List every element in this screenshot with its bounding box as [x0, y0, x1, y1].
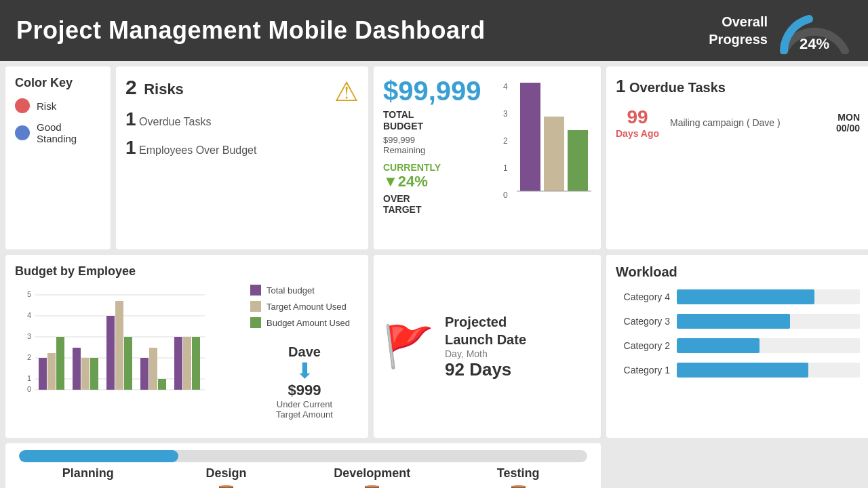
task-date-day: MON: [836, 112, 860, 123]
days-ago: 99 Days Ago: [616, 106, 659, 139]
svg-rect-20: [124, 337, 132, 390]
launch-card: 🚩 ProjectedLaunch Date Day, Moth 92 Days: [374, 255, 601, 438]
budget-amount: $99,999: [383, 76, 492, 106]
legend-target-box: [250, 301, 261, 312]
hourglass-icon-2: ⏳: [360, 485, 384, 488]
svg-text:2: 2: [503, 136, 508, 146]
budget-inner: Budget by Employee 5 4 3 2 1 0: [15, 264, 359, 428]
svg-rect-23: [158, 379, 166, 390]
launch-days: 92 Days: [445, 359, 526, 380]
stage-development: Development ⏳: [334, 466, 410, 488]
legend-budget: Budget Amount Used: [250, 317, 359, 328]
stage-design: Design ⏳: [196, 466, 257, 488]
over-target: OVERTARGET: [383, 193, 492, 215]
wl-cat3-bar-bg: [677, 314, 860, 329]
warning-icon: ⚠: [334, 76, 359, 107]
svg-text:4: 4: [27, 311, 31, 319]
dave-name: Dave: [250, 344, 359, 360]
currently-section: CURRENTLY ▼24% OVERTARGET: [383, 162, 492, 215]
risks-header: 2 Risks: [125, 76, 359, 99]
overall-progress-section: OverallProgress 24%: [709, 7, 852, 54]
hourglass-icon-1: ⏳: [214, 485, 238, 488]
wl-cat3-label: Category 3: [616, 316, 670, 327]
wl-cat1-label: Category 1: [616, 365, 670, 375]
dave-sub1: Under Current: [250, 399, 359, 409]
budget-chart-area: Budget by Employee 5 4 3 2 1 0: [15, 264, 243, 428]
svg-rect-19: [115, 301, 123, 390]
wl-cat4-bar-bg: [677, 289, 860, 304]
svg-rect-12: [39, 358, 47, 390]
budget-summary-inner: $99,999 TOTALBUDGET $99,999Remaining CUR…: [383, 76, 591, 215]
svg-rect-24: [174, 337, 182, 390]
wl-cat4-label: Category 4: [616, 291, 670, 302]
risk-item-1: 1 Overdue Tasks: [125, 108, 359, 130]
wl-cat4-bar: [677, 289, 814, 304]
progress-bar-fill: [19, 450, 178, 462]
svg-rect-21: [140, 358, 149, 390]
svg-rect-15: [73, 348, 81, 390]
svg-rect-16: [81, 358, 90, 390]
wl-cat1-bar-bg: [677, 363, 860, 378]
page-title: Project Management Mobile Dashboard: [16, 16, 486, 45]
risks-count: 2: [125, 76, 137, 98]
legend-total-label: Total budget: [267, 285, 315, 296]
progress-bar-track: [19, 450, 587, 462]
svg-rect-26: [192, 337, 200, 390]
dave-arrow-icon: ⬇: [250, 360, 359, 382]
dave-sub2: Target Amount: [250, 409, 359, 420]
legend-total: Total budget: [250, 285, 359, 296]
stage-planning-label: Planning: [62, 466, 114, 481]
svg-rect-25: [183, 337, 191, 390]
wl-cat1: Category 1: [616, 363, 860, 378]
dave-section: Dave ⬇ $999 Under Current Target Amount: [250, 344, 359, 420]
color-key-title: Color Key: [15, 76, 101, 90]
task-row: 99 Days Ago Mailing campaign ( Dave ) MO…: [616, 106, 860, 139]
workload-card: Workload Category 4 Category 3 Category …: [606, 255, 868, 438]
risk-item-1-label: Overdue Tasks: [139, 116, 211, 127]
progress-label: OverallProgress: [709, 13, 768, 48]
dave-amount: $999: [250, 382, 359, 399]
wl-cat2-label: Category 2: [616, 340, 670, 351]
mini-bar-svg: 4 3 2 1 0: [500, 76, 595, 211]
risk-label: Risk: [37, 100, 56, 112]
svg-text:3: 3: [27, 332, 31, 340]
workload-title: Workload: [616, 264, 860, 280]
check-icon: ✔: [79, 485, 96, 488]
wl-cat3: Category 3: [616, 314, 860, 329]
stage-testing-label: Testing: [497, 466, 540, 481]
stage-development-label: Development: [334, 466, 410, 481]
color-key-card: Color Key Risk GoodStanding: [5, 66, 111, 249]
svg-text:2: 2: [27, 353, 31, 361]
task-date-num: 00/00: [836, 123, 860, 134]
days-num: 99: [616, 106, 659, 128]
wl-cat2: Category 2: [616, 338, 860, 353]
risk-item-2-label: Employees Over Budget: [139, 144, 256, 156]
budget-bar-chart: 5 4 3 2 1 0: [15, 287, 205, 395]
header: Project Management Mobile Dashboard Over…: [0, 0, 868, 61]
currently-label: CURRENTLY: [383, 162, 492, 173]
risk-item-2: 1 Employees Over Budget: [125, 137, 359, 159]
svg-text:5: 5: [27, 290, 31, 298]
gauge-percent: 24%: [800, 35, 829, 53]
legend-total-box: [250, 285, 261, 296]
overdue-card: 1 Overdue Tasks 99 Days Ago Mailing camp…: [606, 66, 868, 249]
svg-text:4: 4: [503, 82, 508, 92]
days-label: Days Ago: [616, 128, 659, 139]
mini-bar-area: 4 3 2 1 0: [500, 76, 595, 215]
stage-design-label: Design: [206, 466, 247, 481]
wl-cat3-bar: [677, 314, 790, 329]
wl-cat4: Category 4: [616, 289, 860, 304]
legend-budget-label: Budget Amount Used: [267, 318, 350, 328]
wl-cat2-bar: [677, 338, 760, 353]
risk-key-item: Risk: [15, 98, 101, 113]
risks-card: 2 Risks 1 Overdue Tasks 1 Employees Over…: [116, 66, 368, 249]
legend-target-label: Target Amount Used: [267, 302, 347, 312]
stage-planning: Planning ✔: [58, 466, 119, 488]
budget-remaining: $99,999Remaining: [383, 135, 492, 155]
stage-testing: Testing ⏳: [488, 466, 549, 488]
svg-text:0: 0: [503, 190, 508, 200]
budget-label: TOTALBUDGET: [383, 109, 492, 132]
svg-rect-22: [149, 348, 157, 390]
good-label: GoodStanding: [37, 121, 77, 144]
flag-icon: 🚩: [383, 323, 434, 371]
